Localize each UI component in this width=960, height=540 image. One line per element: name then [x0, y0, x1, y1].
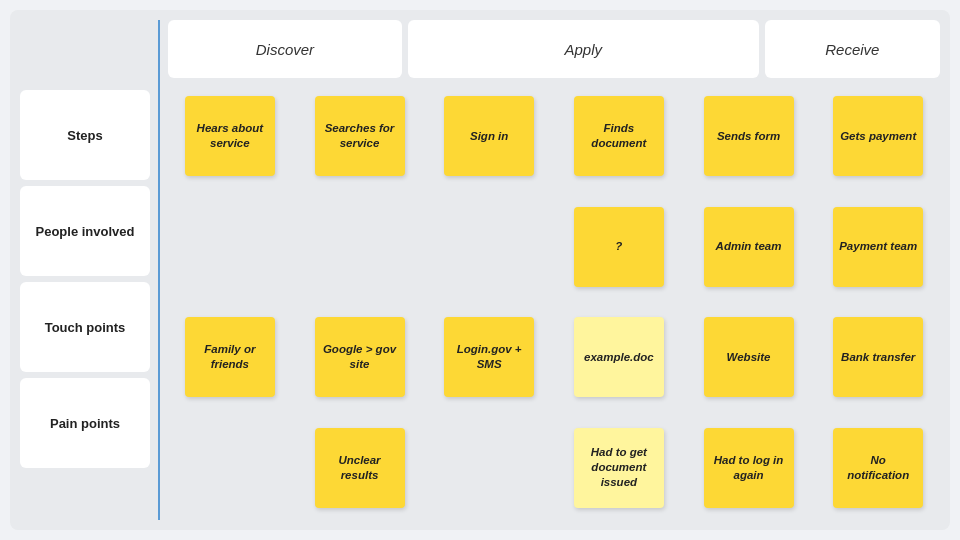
- sticky-note-2-2[interactable]: Login.gov + SMS: [444, 317, 534, 397]
- cell-1-3: ?: [557, 195, 681, 300]
- sticky-note-0-5[interactable]: Gets payment: [833, 96, 923, 176]
- grid-row-1: ?Admin teamPayment team: [168, 195, 940, 300]
- row-label-2: Touch points: [20, 282, 150, 372]
- cell-1-4: Admin team: [687, 195, 811, 300]
- empty-cell-1-1: [315, 207, 405, 287]
- sticky-note-2-5[interactable]: Bank transfer: [833, 317, 923, 397]
- grid-row-0: Hears about serviceSearches for serviceS…: [168, 84, 940, 189]
- cell-3-4: Had to log in again: [687, 416, 811, 521]
- phase-headers: DiscoverApplyReceive: [168, 20, 940, 78]
- cell-3-1: Unclear results: [298, 416, 422, 521]
- empty-cell-3-0: [185, 428, 275, 508]
- phase-header-receive: Receive: [765, 20, 940, 78]
- sticky-note-1-3[interactable]: ?: [574, 207, 664, 287]
- empty-cell-1-0: [185, 207, 275, 287]
- grid-rows: Hears about serviceSearches for serviceS…: [168, 84, 940, 520]
- sticky-note-3-4[interactable]: Had to log in again: [704, 428, 794, 508]
- sticky-note-3-5[interactable]: No notification: [833, 428, 923, 508]
- board: StepsPeople involvedTouch pointsPain poi…: [10, 10, 950, 530]
- sticky-note-3-3[interactable]: Had to get document issued: [574, 428, 664, 508]
- sticky-note-0-1[interactable]: Searches for service: [315, 96, 405, 176]
- cell-2-3: example.doc: [557, 305, 681, 410]
- cell-0-2: Sign in: [427, 84, 551, 189]
- row-label-3: Pain points: [20, 378, 150, 468]
- cell-2-4: Website: [687, 305, 811, 410]
- cell-0-3: Finds document: [557, 84, 681, 189]
- cell-3-3: Had to get document issued: [557, 416, 681, 521]
- cell-3-5: No notification: [816, 416, 940, 521]
- phase-header-apply: Apply: [408, 20, 759, 78]
- sidebar: StepsPeople involvedTouch pointsPain poi…: [20, 90, 150, 520]
- sticky-note-2-4[interactable]: Website: [704, 317, 794, 397]
- sticky-note-2-1[interactable]: Google > gov site: [315, 317, 405, 397]
- cell-0-1: Searches for service: [298, 84, 422, 189]
- sticky-note-2-0[interactable]: Family or friends: [185, 317, 275, 397]
- cell-3-0: [168, 416, 292, 521]
- vertical-divider: [158, 20, 160, 520]
- empty-cell-3-2: [444, 428, 534, 508]
- cell-2-0: Family or friends: [168, 305, 292, 410]
- row-label-1: People involved: [20, 186, 150, 276]
- empty-cell-1-2: [444, 207, 534, 287]
- sticky-note-1-5[interactable]: Payment team: [833, 207, 923, 287]
- cell-1-0: [168, 195, 292, 300]
- cell-2-5: Bank transfer: [816, 305, 940, 410]
- cell-0-5: Gets payment: [816, 84, 940, 189]
- grid-row-3: Unclear resultsHad to get document issue…: [168, 416, 940, 521]
- cell-1-2: [427, 195, 551, 300]
- sticky-note-0-4[interactable]: Sends form: [704, 96, 794, 176]
- cell-0-4: Sends form: [687, 84, 811, 189]
- sticky-note-0-0[interactable]: Hears about service: [185, 96, 275, 176]
- cell-2-2: Login.gov + SMS: [427, 305, 551, 410]
- sticky-note-3-1[interactable]: Unclear results: [315, 428, 405, 508]
- cell-2-1: Google > gov site: [298, 305, 422, 410]
- phase-header-discover: Discover: [168, 20, 402, 78]
- cell-0-0: Hears about service: [168, 84, 292, 189]
- cell-3-2: [427, 416, 551, 521]
- grid-row-2: Family or friendsGoogle > gov siteLogin.…: [168, 305, 940, 410]
- main-content: DiscoverApplyReceive Hears about service…: [168, 20, 940, 520]
- sticky-note-2-3[interactable]: example.doc: [574, 317, 664, 397]
- sticky-note-0-3[interactable]: Finds document: [574, 96, 664, 176]
- sticky-note-1-4[interactable]: Admin team: [704, 207, 794, 287]
- sticky-note-0-2[interactable]: Sign in: [444, 96, 534, 176]
- cell-1-5: Payment team: [816, 195, 940, 300]
- cell-1-1: [298, 195, 422, 300]
- row-label-0: Steps: [20, 90, 150, 180]
